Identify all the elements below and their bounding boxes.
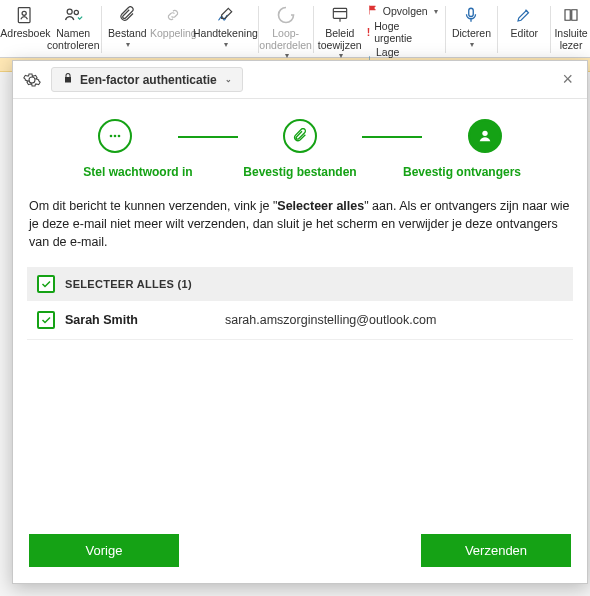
send-button[interactable]: Verzenden: [421, 534, 571, 567]
step-1-icon: [98, 119, 132, 153]
previous-button[interactable]: Vorige: [29, 534, 179, 567]
dialog-header: Een-factor authenticatie ⌄ ×: [13, 61, 587, 99]
microphone-icon: [460, 4, 482, 26]
instruction-bold: Selecteer alles: [277, 199, 364, 213]
ribbon-adresboek[interactable]: Adresboek: [2, 4, 49, 40]
ribbon-bestand[interactable]: Bestand ▾: [104, 4, 150, 49]
step-2-icon: [283, 119, 317, 153]
svg-point-6: [110, 135, 113, 138]
dialog-footer: Vorige Verzenden: [13, 520, 587, 583]
svg-point-2: [67, 9, 72, 14]
ribbon-label: Bestand: [108, 28, 147, 40]
recipient-email: sarah.amszorginstelling@outlook.com: [225, 313, 436, 327]
chevron-down-icon: ▾: [126, 40, 130, 49]
ribbon-loop: Loop- onderdelen ▾: [261, 4, 310, 60]
instruction-text: Om dit bericht te kunnen verzenden, vink…: [29, 199, 277, 213]
recipient-checkbox[interactable]: [37, 311, 55, 329]
ribbon-opvolgen[interactable]: Opvolgen ▾: [367, 4, 438, 18]
stepper: [13, 99, 587, 159]
ribbon-koppeling: Koppeling: [150, 4, 196, 40]
ribbon-dicteren[interactable]: Dicteren ▾: [448, 4, 494, 49]
svg-point-7: [114, 135, 117, 138]
svg-point-9: [482, 131, 487, 136]
select-all-row[interactable]: SELECTEER ALLES (1): [27, 267, 573, 301]
ribbon-label: Koppeling: [150, 28, 197, 40]
check-names-icon: [62, 4, 84, 26]
stepper-labels: Stel wachtwoord in Bevestig bestanden Be…: [13, 159, 587, 197]
step-1-label: Stel wachtwoord in: [63, 165, 213, 179]
gear-icon[interactable]: [23, 71, 41, 89]
ribbon-label: Adresboek: [0, 28, 50, 40]
chevron-down-icon: ▾: [224, 40, 228, 49]
chevron-down-icon: ▾: [339, 51, 343, 60]
chevron-down-icon: ▾: [285, 51, 289, 60]
chevron-down-icon: ▾: [434, 7, 438, 16]
ribbon-namen-controleren[interactable]: Namen controleren: [49, 4, 98, 51]
link-icon: [162, 4, 184, 26]
auth-mode-selector[interactable]: Een-factor authenticatie ⌄: [51, 67, 243, 92]
attachment-icon: [116, 4, 138, 26]
svg-point-8: [118, 135, 121, 138]
ribbon-hoge-urgentie[interactable]: ! Hoge urgentie: [367, 20, 438, 44]
high-importance-icon: !: [367, 26, 371, 38]
flag-label: Hoge urgentie: [374, 20, 437, 44]
select-all-label: SELECTEER ALLES (1): [65, 278, 192, 290]
loop-icon: [275, 4, 297, 26]
svg-rect-5: [469, 8, 474, 16]
flag-label: Opvolgen: [383, 5, 428, 17]
chevron-down-icon: ⌄: [225, 75, 232, 84]
svg-rect-4: [333, 8, 346, 18]
auth-mode-label: Een-factor authenticatie: [80, 73, 217, 87]
policy-icon: [329, 4, 351, 26]
svg-point-3: [74, 10, 78, 14]
close-button[interactable]: ×: [558, 69, 577, 90]
ribbon-handtekening[interactable]: Handtekening ▾: [196, 4, 254, 49]
recipient-name: Sarah Smith: [65, 313, 215, 327]
ribbon-beleid[interactable]: Beleid toewijzen ▾: [317, 4, 363, 60]
step-3-icon: [468, 119, 502, 153]
svg-point-1: [23, 11, 27, 15]
signature-icon: [214, 4, 236, 26]
ribbon-label: Dicteren: [452, 28, 491, 40]
chevron-down-icon: ▾: [470, 40, 474, 49]
flag-icon: [367, 4, 379, 18]
send-confirmation-dialog: Een-factor authenticatie ⌄ ×: [12, 60, 588, 584]
lock-icon: [62, 72, 74, 87]
ribbon-label: Namen controleren: [47, 28, 100, 51]
ribbon: Adresboek Namen controleren Bestand ▾ Ko…: [0, 0, 590, 58]
ribbon-label: Insluite lezer: [554, 28, 587, 51]
reader-icon: [560, 4, 582, 26]
ribbon-label: Loop- onderdelen: [259, 28, 312, 51]
ribbon-label: Handtekening: [193, 28, 258, 40]
dialog-instructions: Om dit bericht te kunnen verzenden, vink…: [13, 197, 587, 267]
step-2-label: Bevestig bestanden: [225, 165, 375, 179]
editor-icon: [513, 4, 535, 26]
ribbon-label: Beleid toewijzen: [318, 28, 362, 51]
ribbon-label: Editor: [511, 28, 538, 40]
select-all-checkbox[interactable]: [37, 275, 55, 293]
recipient-row: Sarah Smith sarah.amszorginstelling@outl…: [27, 301, 573, 340]
step-3-label: Bevestig ontvangers: [387, 165, 537, 179]
ribbon-insluite[interactable]: Insluite lezer: [554, 4, 588, 51]
ribbon-editor[interactable]: Editor: [501, 4, 547, 40]
address-book-icon: [14, 4, 36, 26]
